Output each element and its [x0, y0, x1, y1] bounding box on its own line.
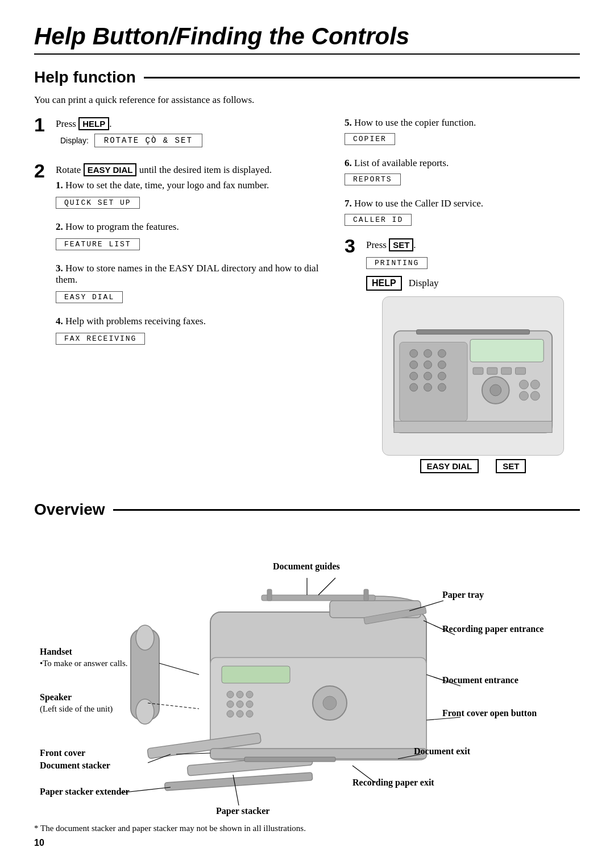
step-3-number: 3 — [345, 236, 366, 255]
svg-rect-51 — [165, 772, 313, 791]
svg-point-36 — [237, 691, 243, 698]
svg-rect-16 — [487, 367, 497, 374]
svg-point-40 — [246, 701, 253, 708]
speaker-label: Speaker (Left side of the unit) — [40, 692, 113, 714]
display-easy-dial: EASY DIAL — [56, 291, 123, 303]
svg-rect-54 — [244, 757, 335, 762]
set-label: SET — [496, 459, 526, 473]
front-cover-label: Front cover — [40, 747, 85, 759]
help-function-title: Help function — [34, 68, 580, 86]
help-key: HELP — [78, 117, 109, 130]
svg-point-11 — [410, 383, 418, 391]
svg-point-43 — [246, 710, 253, 717]
svg-point-21 — [519, 380, 528, 389]
display-fax-receiving: FAX RECEIVING — [56, 333, 145, 345]
svg-point-35 — [227, 691, 234, 698]
svg-rect-26 — [417, 329, 530, 334]
svg-rect-14 — [470, 339, 544, 362]
paper-tray-label: Paper tray — [442, 589, 484, 601]
svg-point-20 — [490, 385, 501, 396]
svg-point-23 — [519, 391, 528, 400]
easy-set-row: EASY DIAL SET — [366, 459, 580, 473]
easy-dial-key: EASY DIAL — [84, 163, 137, 176]
step-1-text: Press HELP. — [56, 117, 322, 130]
svg-point-38 — [227, 701, 234, 708]
machine-svg — [383, 297, 563, 455]
svg-point-47 — [136, 625, 154, 650]
paper-stacker-label: Paper stacker — [216, 805, 269, 817]
svg-point-12 — [424, 383, 432, 391]
overview-section: Overview — [34, 501, 580, 833]
sub-item-1: 1. How to set the date, time, your logo … — [56, 180, 322, 213]
right-item-7: 7. How to use the Caller ID service. CAL… — [345, 198, 580, 230]
svg-rect-30 — [262, 595, 375, 601]
help-display-row: HELP Display — [366, 276, 580, 291]
sub-item-3: 3. How to store names in the EASY DIAL d… — [56, 263, 322, 308]
main-title: Help Button/Finding the Controls — [34, 23, 580, 55]
step-1-number: 1 — [34, 115, 56, 134]
display-word-label: Display — [409, 278, 439, 289]
svg-point-37 — [246, 691, 253, 698]
svg-point-3 — [424, 349, 432, 357]
display-label: Display: — [60, 136, 89, 145]
handset-label: Handset •To make or answer calls. — [40, 646, 128, 669]
document-stacker-label: Document stacker — [40, 760, 110, 771]
svg-point-2 — [410, 349, 418, 357]
svg-point-9 — [424, 372, 432, 380]
svg-rect-17 — [501, 367, 512, 374]
front-cover-open-button-label: Front cover open button — [442, 708, 537, 719]
svg-point-41 — [227, 710, 234, 717]
svg-point-39 — [237, 701, 243, 708]
svg-line-55 — [159, 663, 199, 675]
display-caller-id: CALLER ID — [345, 214, 412, 226]
paper-stacker-extender-label: Paper stacker extender — [40, 786, 130, 797]
svg-point-4 — [438, 349, 446, 357]
right-item-5: 5. How to use the copier function. COPIE… — [345, 117, 580, 150]
svg-rect-15 — [473, 367, 483, 374]
display-copier: COPIER — [345, 133, 395, 145]
svg-rect-25 — [394, 421, 552, 432]
page-number: 10 — [34, 838, 580, 848]
overview-diagram: Handset •To make or answer calls. Speake… — [34, 527, 580, 817]
step-3-text: Press SET. — [366, 238, 580, 251]
sub-item-2: 2. How to program the features. FEATURE … — [56, 221, 322, 255]
svg-rect-34 — [222, 666, 290, 683]
svg-point-48 — [136, 699, 154, 724]
sub-item-4: 4. Help with problems receiving faxes. F… — [56, 316, 322, 349]
svg-point-42 — [237, 710, 243, 717]
svg-point-5 — [410, 361, 418, 369]
svg-point-13 — [438, 383, 446, 391]
step-3-block: 3 Press SET. PRINTING HELP Display — [345, 238, 580, 473]
recording-paper-exit-label: Recording paper exit — [352, 777, 434, 788]
svg-point-22 — [530, 380, 540, 389]
svg-point-6 — [424, 361, 432, 369]
svg-rect-31 — [267, 589, 272, 601]
svg-point-7 — [438, 361, 446, 369]
document-guides-label: Document guides — [273, 561, 340, 572]
svg-point-45 — [323, 696, 337, 710]
right-item-6: 6. List of available reports. REPORTS — [345, 158, 580, 190]
svg-point-10 — [438, 372, 446, 380]
step-2-block: 2 Rotate EASY DIAL until the desired ite… — [34, 163, 322, 357]
document-exit-label: Document exit — [414, 746, 470, 757]
display-quick-set-up: QUICK SET UP — [56, 197, 140, 209]
machine-illustration — [382, 296, 564, 456]
svg-point-8 — [410, 372, 418, 380]
document-entrance-label: Document entrance — [442, 675, 518, 686]
display-text: ROTATE ÇÒ & SET — [94, 134, 202, 147]
set-key: SET — [389, 238, 413, 251]
help-label: HELP — [366, 276, 402, 291]
display-feature-list: FEATURE LIST — [56, 238, 140, 250]
display-reports: REPORTS — [345, 173, 401, 185]
easy-dial-label: EASY DIAL — [420, 459, 479, 473]
step-2-number: 2 — [34, 161, 56, 180]
intro-text: You can print a quick reference for assi… — [34, 94, 580, 106]
svg-rect-18 — [516, 367, 526, 374]
step-1-block: 1 Press HELP. Display: ROTATE ÇÒ & SET — [34, 117, 322, 153]
overview-title: Overview — [34, 501, 580, 519]
overview-footnote: * The document stacker and paper stacker… — [34, 824, 580, 833]
step-2-intro: Rotate EASY DIAL until the desired item … — [56, 163, 322, 176]
svg-point-24 — [530, 391, 540, 400]
recording-paper-entrance-label: Recording paper entrance — [442, 623, 544, 635]
svg-line-62 — [318, 578, 335, 595]
